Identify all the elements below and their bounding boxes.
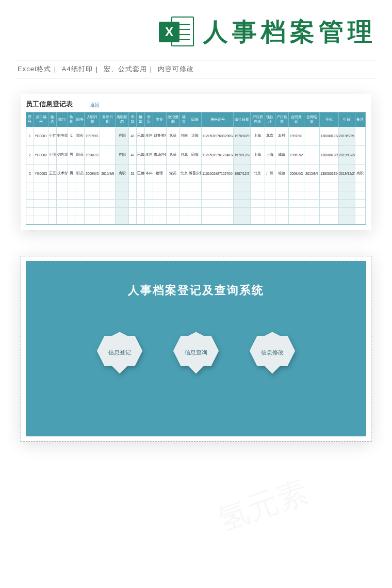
table-cell: 已婚 bbox=[136, 145, 144, 164]
table-cell: 3 bbox=[26, 164, 34, 183]
table-cell: 1996/7/2 bbox=[289, 145, 304, 164]
column-header: 员工编号 bbox=[34, 112, 48, 127]
table-cell bbox=[355, 127, 365, 145]
table-cell bbox=[304, 145, 320, 164]
table-cell: 广州 bbox=[265, 164, 275, 183]
feature-item: 宏、公式套用 bbox=[104, 65, 147, 73]
table-cell: 销售部 bbox=[56, 145, 68, 164]
column-header: 性别 bbox=[68, 112, 75, 127]
table-cell: 2015/8/9 bbox=[100, 164, 116, 183]
table-cell: 城镇 bbox=[275, 145, 288, 164]
table-cell: 党员 bbox=[166, 145, 179, 164]
table-cell: 上海 bbox=[250, 127, 265, 145]
data-table: 序号员工编号姓名部门性别职务入职日期离职日期离职状态年龄婚姻学历专业政治面貌籍贯… bbox=[26, 112, 366, 225]
table-cell: 城镇 bbox=[275, 164, 288, 183]
table-cell: 112150197608296048 bbox=[202, 127, 234, 145]
table-cell: 上海 bbox=[250, 145, 265, 164]
button-label: 信息登记 bbox=[108, 349, 132, 356]
table-cell: 财务管理 bbox=[153, 127, 166, 145]
table-cell: 2 bbox=[26, 145, 34, 164]
watermark: 氢元素 bbox=[213, 470, 314, 542]
table-cell: 1987/12/27 bbox=[234, 164, 250, 183]
table-cell: 112150197612246345 bbox=[202, 145, 234, 164]
column-header: 合同结束 bbox=[304, 112, 320, 127]
column-header: 离职状态 bbox=[116, 112, 129, 127]
table-cell: 1380001289 bbox=[320, 145, 338, 164]
query-button[interactable]: 信息查询 bbox=[172, 329, 220, 377]
table-row[interactable]: 1YG0001小红财务部女部长1997/9/1在职43已婚本科财务管理党员河南汉… bbox=[26, 127, 366, 145]
table-cell: 离职 bbox=[116, 164, 129, 183]
table-cell: 职员 bbox=[75, 164, 84, 183]
table-cell: 110160198712276046 bbox=[202, 164, 234, 183]
table-cell: 2019/8/29 bbox=[338, 127, 355, 145]
table-cell: 1976/8/29 bbox=[234, 127, 250, 145]
column-header: 婚姻 bbox=[136, 112, 144, 127]
excel-icon: X bbox=[159, 14, 194, 50]
table-cell: 部长 bbox=[75, 127, 84, 145]
column-header: 部门 bbox=[56, 112, 68, 127]
table-row bbox=[26, 216, 366, 224]
table-cell: 2009/6/3 bbox=[289, 164, 304, 183]
table-cell: 北京 bbox=[265, 127, 275, 145]
table-cell: 31 bbox=[129, 164, 136, 183]
table-cell: 河南 bbox=[179, 127, 188, 145]
table-row bbox=[26, 183, 366, 191]
table-cell: 1380001354 bbox=[320, 164, 338, 183]
table-cell bbox=[355, 145, 365, 164]
column-header: 备注 bbox=[355, 112, 365, 127]
table-cell: 北京 bbox=[179, 164, 188, 183]
table-row bbox=[26, 199, 366, 207]
button-label: 信息查询 bbox=[184, 349, 208, 356]
column-header: 户口所在地 bbox=[250, 112, 265, 127]
column-header: 籍贯 bbox=[179, 112, 188, 127]
table-cell: 42 bbox=[129, 145, 136, 164]
table-row[interactable]: 2YG0002小明销售部男职员1996/7/2在职42已婚本科市场营销党员河北回… bbox=[26, 145, 366, 164]
table-cell: 维吾尔族 bbox=[188, 164, 202, 183]
table-cell: 本科 bbox=[144, 145, 153, 164]
button-label: 信息修改 bbox=[260, 349, 284, 356]
table-cell: 男 bbox=[68, 145, 75, 164]
table-cell: YG0002 bbox=[34, 145, 48, 164]
table-cell: 河北 bbox=[179, 145, 188, 164]
table-row[interactable]: 3YG0003王五技术部男职员2009/6/32015/8/9离职31已婚本科物… bbox=[26, 164, 366, 183]
table-cell: 党员 bbox=[166, 127, 179, 145]
column-header: 户口性质 bbox=[275, 112, 288, 127]
table-cell: 技术部 bbox=[56, 164, 68, 183]
table-cell: 2019/12/24 bbox=[338, 145, 355, 164]
table-cell: 已婚 bbox=[136, 127, 144, 145]
register-button[interactable]: 信息登记 bbox=[96, 329, 143, 377]
table-cell: 1996/7/2 bbox=[85, 145, 100, 164]
feature-bar: Excel格式| A4纸打印| 宏、公式套用| 内容可修改 bbox=[15, 60, 377, 78]
page-title: 人事档案管理 bbox=[203, 15, 377, 48]
column-header: 出生日期 bbox=[234, 112, 250, 127]
table-cell: 男 bbox=[68, 164, 75, 183]
dashboard-panel: 人事档案登记及查询系统 信息登记 信息查询 信息修改 bbox=[26, 261, 366, 436]
column-header: 职务 bbox=[75, 112, 84, 127]
table-cell: 女 bbox=[68, 127, 75, 145]
table-cell: 在职 bbox=[116, 127, 129, 145]
table-cell bbox=[100, 145, 116, 164]
table-cell: YG0001 bbox=[34, 127, 48, 145]
column-header: 民族 bbox=[188, 112, 202, 127]
sheet-title: 员工信息登记表 bbox=[26, 100, 73, 109]
table-cell: 1997/9/1 bbox=[85, 127, 100, 145]
table-cell: 上海 bbox=[265, 145, 275, 164]
table-cell: 2015/8/9 bbox=[304, 164, 320, 183]
table-cell bbox=[304, 127, 320, 145]
table-row bbox=[26, 207, 366, 216]
table-cell: 本科 bbox=[144, 164, 153, 183]
table-cell: 本科 bbox=[144, 127, 153, 145]
table-cell: 农村 bbox=[275, 127, 288, 145]
table-row bbox=[26, 191, 366, 199]
table-cell: 小明 bbox=[48, 145, 56, 164]
table-cell bbox=[100, 127, 116, 145]
table-cell: 43 bbox=[129, 127, 136, 145]
feature-item: A4纸打印 bbox=[62, 65, 93, 73]
table-cell: 市场营销 bbox=[153, 145, 166, 164]
column-header: 专业 bbox=[153, 112, 166, 127]
back-link[interactable]: 返回 bbox=[90, 102, 100, 107]
table-cell: 北京 bbox=[250, 164, 265, 183]
column-header: 序号 bbox=[26, 112, 34, 127]
modify-button[interactable]: 信息修改 bbox=[249, 329, 296, 377]
table-cell: 汉族 bbox=[188, 127, 202, 145]
